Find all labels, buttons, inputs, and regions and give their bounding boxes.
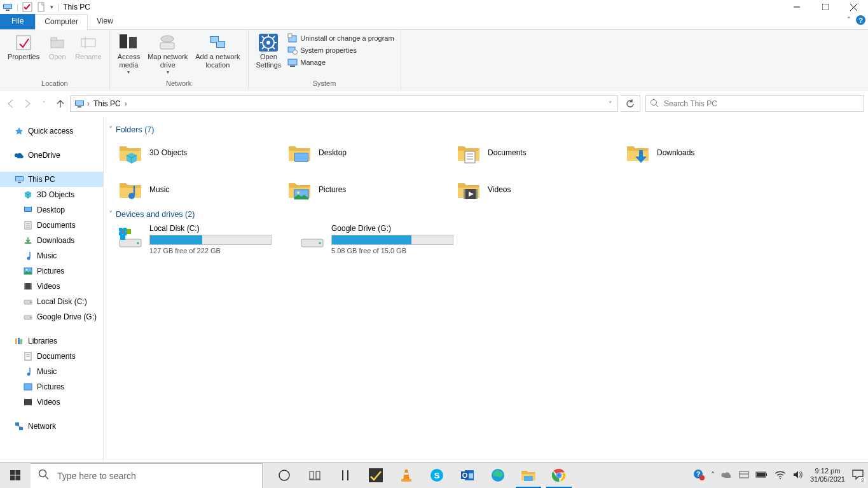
svg-line-106 <box>46 477 49 480</box>
clock[interactable]: 9:12 pm 31/05/2021 <box>810 467 845 483</box>
svg-rect-10 <box>51 40 64 48</box>
ribbon: Properties Open Rename Location Access m… <box>0 30 868 90</box>
tab-file[interactable]: File <box>0 14 35 29</box>
manage-button[interactable]: Manage <box>287 57 394 67</box>
navpane-videos[interactable]: Videos <box>0 279 103 294</box>
navpane-3d-objects[interactable]: 3D Objects <box>0 187 103 202</box>
address-dropdown[interactable]: ˅ <box>603 96 616 111</box>
navpane-desktop[interactable]: Desktop <box>0 202 103 218</box>
taskbar-app[interactable] <box>330 463 361 488</box>
taskbar-outlook[interactable]: O <box>452 463 483 488</box>
tab-computer[interactable]: Computer <box>35 14 88 30</box>
taskbar-skype[interactable]: S <box>422 463 452 488</box>
navpane-quick-access[interactable]: Quick access <box>0 123 103 139</box>
navpane-google-drive[interactable]: Google Drive (G:) <box>0 309 103 324</box>
checkbox-icon[interactable] <box>22 2 32 12</box>
close-button[interactable] <box>839 0 868 14</box>
navpane-lib-videos[interactable]: Videos <box>0 394 103 410</box>
svg-rect-96 <box>119 232 123 235</box>
open-settings-button[interactable]: Open Settings <box>252 31 286 71</box>
minimize-button[interactable] <box>782 0 811 14</box>
navpane-lib-documents[interactable]: Documents <box>0 349 103 364</box>
taskbar-search[interactable]: Type here to search <box>31 463 263 488</box>
forward-button[interactable] <box>20 97 34 111</box>
quick-access-toolbar: | ▾ | <box>0 0 62 14</box>
pc-icon <box>74 99 85 109</box>
taskbar-app[interactable] <box>300 463 330 488</box>
drive-local-disk-c[interactable]: Local Disk (C:) 127 GB free of 222 GB <box>118 224 283 254</box>
system-properties-button[interactable]: System properties <box>287 45 394 55</box>
collapse-ribbon-icon[interactable]: ˄ <box>847 16 851 24</box>
folder-3d-objects[interactable]: 3D Objects <box>118 139 283 166</box>
chevron-right-icon[interactable]: › <box>125 99 127 108</box>
navpane-pictures[interactable]: Pictures <box>0 263 103 279</box>
action-center-icon[interactable]: 2 <box>851 469 864 482</box>
svg-point-84 <box>297 192 300 194</box>
document-icon[interactable] <box>36 2 46 12</box>
navpane-local-disk[interactable]: Local Disk (C:) <box>0 294 103 309</box>
pc-icon <box>14 174 24 185</box>
back-button[interactable] <box>4 97 18 111</box>
properties-button[interactable]: Properties <box>4 31 43 62</box>
up-button[interactable] <box>53 97 67 111</box>
tab-view[interactable]: View <box>88 14 122 29</box>
taskbar-vlc[interactable] <box>391 463 422 488</box>
video-icon <box>23 397 33 407</box>
taskbar-app[interactable] <box>361 463 391 488</box>
chevron-down-icon[interactable]: ▾ <box>50 4 53 10</box>
tray-overflow-icon[interactable]: ˄ <box>711 471 715 480</box>
folder-music[interactable]: Music <box>118 176 283 203</box>
svg-point-136 <box>780 478 781 479</box>
navpane-music[interactable]: Music <box>0 248 103 263</box>
drive-icon <box>23 296 33 307</box>
navpane-network[interactable]: Network <box>0 419 103 434</box>
taskbar-edge[interactable] <box>483 463 513 488</box>
folder-documents[interactable]: Documents <box>456 139 621 166</box>
svg-text:O: O <box>462 471 468 479</box>
taskbar-chrome[interactable] <box>544 463 574 488</box>
recent-locations-button[interactable]: ˅ <box>37 97 51 111</box>
drive-google-drive-g[interactable]: Google Drive (G:) 5.08 GB free of 15.0 G… <box>300 224 465 254</box>
tray-help-icon[interactable]: ? <box>693 469 705 482</box>
tray-wifi-icon[interactable] <box>775 470 786 481</box>
tray-icon[interactable] <box>739 470 749 481</box>
uninstall-program-button[interactable]: Uninstall or change a program <box>287 33 394 43</box>
svg-rect-38 <box>290 66 295 67</box>
navpane-this-pc[interactable]: This PC <box>0 172 103 187</box>
map-drive-button[interactable]: Map network drive ▾ <box>144 31 191 77</box>
svg-rect-64 <box>15 338 17 344</box>
add-network-location-button[interactable]: Add a network location <box>191 31 244 71</box>
folder-downloads[interactable]: Downloads <box>625 139 790 166</box>
refresh-button[interactable] <box>621 95 640 112</box>
folder-pictures[interactable]: Pictures <box>287 176 452 203</box>
task-view-button[interactable] <box>269 463 300 488</box>
folder-desktop[interactable]: Desktop <box>287 139 452 166</box>
tray-battery-icon[interactable] <box>755 471 768 480</box>
tray-onedrive-icon[interactable] <box>721 470 733 481</box>
navpane-documents[interactable]: Documents <box>0 218 103 233</box>
navpane-onedrive[interactable]: OneDrive <box>0 148 103 163</box>
svg-point-56 <box>26 269 28 271</box>
drives-section-header[interactable]: ˅ Devices and drives (2) <box>109 209 863 219</box>
access-media-button[interactable]: Access media ▾ <box>114 31 144 77</box>
svg-rect-20 <box>210 37 218 42</box>
breadcrumb[interactable]: This PC <box>90 96 125 111</box>
maximize-button[interactable] <box>811 0 839 14</box>
navpane-libraries[interactable]: Libraries <box>0 333 103 349</box>
taskbar-file-explorer[interactable] <box>513 463 544 488</box>
tray-volume-icon[interactable] <box>792 470 804 482</box>
folder-videos[interactable]: Videos <box>456 176 621 203</box>
search-input[interactable]: Search This PC <box>645 95 864 112</box>
start-button[interactable] <box>0 463 31 488</box>
open-button[interactable]: Open <box>43 31 71 62</box>
svg-rect-14 <box>120 34 127 48</box>
help-icon[interactable]: ? <box>856 15 865 25</box>
navpane-downloads[interactable]: Downloads <box>0 233 103 248</box>
search-icon <box>650 99 659 109</box>
navpane-lib-music[interactable]: Music <box>0 364 103 379</box>
address-bar[interactable]: › This PC › ˅ <box>70 95 618 112</box>
navpane-lib-pictures[interactable]: Pictures <box>0 379 103 394</box>
folders-section-header[interactable]: ˅ Folders (7) <box>109 125 863 134</box>
rename-button[interactable]: Rename <box>71 31 106 62</box>
svg-rect-77 <box>295 153 308 161</box>
